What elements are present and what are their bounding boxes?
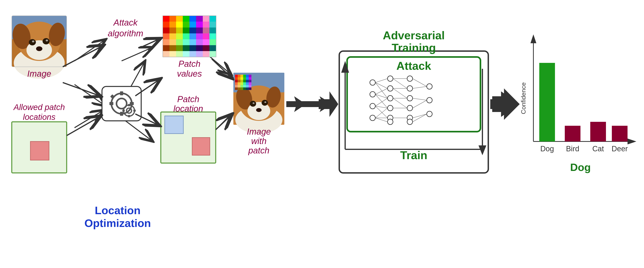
svg-rect-64 bbox=[176, 33, 183, 39]
svg-rect-59 bbox=[196, 28, 203, 33]
bar-label-deer: Deer bbox=[612, 145, 628, 153]
bar-label-cat: Cat bbox=[592, 145, 604, 153]
svg-point-164 bbox=[370, 103, 375, 109]
svg-rect-140 bbox=[243, 85, 246, 87]
svg-marker-222 bbox=[319, 91, 338, 117]
svg-rect-89 bbox=[183, 51, 190, 57]
svg-rect-40 bbox=[176, 16, 183, 22]
svg-rect-57 bbox=[183, 28, 190, 33]
svg-point-177 bbox=[407, 119, 412, 124]
svg-rect-120 bbox=[238, 77, 240, 80]
svg-rect-74 bbox=[190, 39, 196, 45]
svg-rect-137 bbox=[235, 85, 238, 87]
svg-rect-146 bbox=[243, 87, 246, 90]
svg-rect-127 bbox=[240, 80, 243, 82]
svg-rect-145 bbox=[240, 87, 243, 90]
svg-rect-50 bbox=[190, 22, 196, 28]
attack-label: Attack bbox=[396, 59, 431, 72]
svg-point-171 bbox=[388, 119, 393, 124]
svg-point-22 bbox=[36, 46, 42, 51]
svg-rect-92 bbox=[203, 51, 210, 57]
svg-rect-84 bbox=[203, 45, 210, 51]
patch-location-label2: location bbox=[173, 104, 203, 113]
svg-rect-87 bbox=[170, 51, 176, 57]
svg-rect-96 bbox=[30, 142, 49, 160]
svg-rect-82 bbox=[190, 45, 196, 51]
svg-line-151 bbox=[67, 116, 101, 136]
svg-point-165 bbox=[370, 115, 375, 121]
svg-rect-51 bbox=[196, 22, 203, 28]
svg-rect-80 bbox=[176, 45, 183, 51]
svg-rect-124 bbox=[249, 77, 252, 80]
svg-marker-216 bbox=[628, 139, 636, 145]
svg-rect-81 bbox=[183, 45, 190, 51]
result-dog-label: Dog bbox=[570, 161, 591, 173]
svg-rect-122 bbox=[243, 77, 246, 80]
svg-rect-43 bbox=[196, 16, 203, 22]
svg-rect-113 bbox=[235, 75, 238, 77]
patch-values-label: Patch bbox=[178, 59, 200, 69]
svg-point-110 bbox=[264, 101, 266, 103]
svg-rect-119 bbox=[235, 77, 238, 80]
svg-rect-56 bbox=[176, 28, 183, 33]
svg-point-168 bbox=[388, 95, 393, 101]
svg-rect-136 bbox=[249, 82, 252, 85]
svg-rect-58 bbox=[190, 28, 196, 33]
adversarial-training-label2: Training bbox=[392, 41, 436, 54]
svg-rect-218 bbox=[565, 126, 580, 142]
location-optimization-label: Location bbox=[95, 204, 140, 216]
svg-rect-83 bbox=[196, 45, 203, 51]
svg-rect-79 bbox=[170, 45, 176, 51]
svg-rect-55 bbox=[170, 28, 176, 33]
svg-rect-53 bbox=[210, 22, 216, 28]
svg-point-18 bbox=[29, 39, 36, 45]
svg-rect-88 bbox=[176, 51, 183, 57]
svg-rect-134 bbox=[243, 82, 246, 85]
svg-rect-116 bbox=[243, 75, 246, 77]
svg-point-175 bbox=[407, 105, 412, 111]
bar-label-dog: Dog bbox=[540, 145, 554, 153]
svg-rect-125 bbox=[235, 80, 238, 82]
svg-rect-46 bbox=[163, 22, 170, 28]
image-with-patch-label: Image bbox=[247, 127, 271, 136]
svg-rect-143 bbox=[235, 87, 238, 90]
train-label: Train bbox=[400, 149, 428, 162]
svg-rect-60 bbox=[203, 28, 210, 33]
svg-rect-67 bbox=[196, 33, 203, 39]
svg-rect-30 bbox=[130, 102, 134, 105]
svg-rect-42 bbox=[190, 16, 196, 22]
svg-rect-217 bbox=[539, 63, 555, 142]
patch-values-label2: values bbox=[177, 69, 202, 78]
svg-rect-68 bbox=[203, 33, 210, 39]
svg-rect-86 bbox=[163, 51, 170, 57]
svg-rect-117 bbox=[246, 75, 249, 77]
svg-point-173 bbox=[407, 86, 412, 91]
svg-rect-34 bbox=[128, 104, 130, 106]
svg-rect-115 bbox=[240, 75, 243, 77]
svg-rect-139 bbox=[240, 85, 243, 87]
adversarial-training-label: Adversarial bbox=[383, 29, 445, 42]
svg-rect-76 bbox=[203, 39, 210, 45]
svg-rect-73 bbox=[183, 39, 190, 45]
svg-point-172 bbox=[407, 76, 412, 81]
svg-rect-62 bbox=[163, 33, 170, 39]
svg-rect-99 bbox=[192, 138, 210, 155]
svg-point-169 bbox=[388, 105, 393, 111]
svg-point-174 bbox=[407, 95, 412, 101]
image-with-patch-label2: with bbox=[251, 136, 266, 146]
svg-point-162 bbox=[370, 80, 375, 85]
svg-rect-90 bbox=[190, 51, 196, 57]
location-optimization-label2: Optimization bbox=[84, 217, 151, 229]
svg-rect-77 bbox=[210, 39, 216, 45]
svg-rect-131 bbox=[235, 82, 238, 85]
svg-rect-66 bbox=[190, 33, 196, 39]
svg-rect-133 bbox=[240, 82, 243, 85]
svg-rect-123 bbox=[246, 77, 249, 80]
svg-rect-35 bbox=[128, 115, 130, 117]
svg-rect-61 bbox=[210, 28, 216, 33]
attack-algorithm-label2: algorithm bbox=[108, 29, 143, 38]
svg-point-166 bbox=[388, 76, 393, 81]
image-with-patch-label3: patch bbox=[248, 146, 270, 155]
svg-marker-221 bbox=[490, 91, 520, 117]
svg-line-156 bbox=[216, 114, 232, 130]
